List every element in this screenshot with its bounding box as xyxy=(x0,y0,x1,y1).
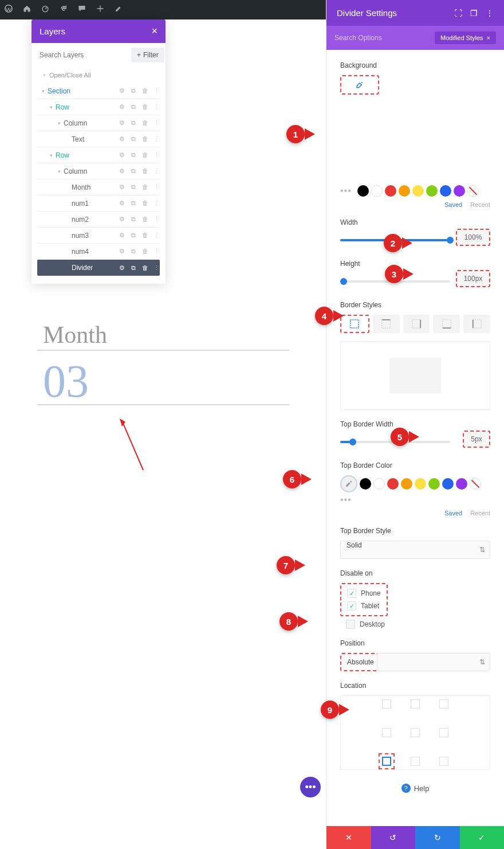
height-input[interactable]: 100px xyxy=(456,270,490,287)
gear-icon[interactable]: ⚙ xyxy=(119,151,125,159)
tree-row-column[interactable]: ▾Column⚙⧉🗑⋮ xyxy=(37,115,160,131)
border-all-button[interactable] xyxy=(340,315,369,333)
tree-row-section[interactable]: ▾Section⚙⧉🗑⋮ xyxy=(37,83,160,99)
saved-tab[interactable]: Saved xyxy=(444,201,462,208)
redo-button[interactable]: ↻ xyxy=(415,826,460,849)
duplicate-icon[interactable]: ⧉ xyxy=(130,167,137,175)
duplicate-icon[interactable]: ⧉ xyxy=(130,119,137,127)
wordpress-icon[interactable] xyxy=(5,5,13,15)
trash-icon[interactable]: 🗑 xyxy=(141,264,148,272)
border-top-button[interactable] xyxy=(373,315,400,333)
trash-icon[interactable]: 🗑 xyxy=(141,199,148,207)
trash-icon[interactable]: 🗑 xyxy=(141,151,148,159)
location-top-left[interactable] xyxy=(382,699,391,709)
gear-icon[interactable]: ⚙ xyxy=(119,216,125,223)
border-left-button[interactable] xyxy=(463,315,490,333)
duplicate-icon[interactable]: ⧉ xyxy=(130,199,137,207)
width-input[interactable]: 100% xyxy=(456,229,490,246)
duplicate-icon[interactable]: ⧉ xyxy=(130,151,137,159)
tree-row-row[interactable]: ▾Row⚙⧉🗑⋮ xyxy=(37,99,160,115)
tree-row-month[interactable]: Month⚙⧉🗑⋮ xyxy=(37,179,160,195)
duplicate-icon[interactable]: ⧉ xyxy=(130,232,137,239)
phone-checkbox[interactable]: ✓ xyxy=(347,589,356,598)
gear-icon[interactable]: ⚙ xyxy=(119,87,125,95)
close-icon[interactable]: × xyxy=(151,25,158,37)
location-bottom-left[interactable] xyxy=(382,757,391,766)
gear-icon[interactable]: ⚙ xyxy=(119,135,125,143)
border-right-button[interactable] xyxy=(403,315,430,333)
duplicate-icon[interactable]: ⧉ xyxy=(130,135,137,143)
duplicate-icon[interactable]: ⧉ xyxy=(130,103,137,111)
color-swatch-white[interactable] xyxy=(371,185,383,197)
more-icon[interactable]: ⋮ xyxy=(153,87,160,95)
more-colors-icon[interactable]: ••• xyxy=(340,186,352,196)
color-swatch-yellow[interactable] xyxy=(415,478,426,490)
location-mid-left[interactable] xyxy=(382,728,391,737)
tree-row-num4[interactable]: num4⚙⧉🗑⋮ xyxy=(37,244,160,260)
trash-icon[interactable]: 🗑 xyxy=(141,103,148,111)
fab-more-icon[interactable]: ••• xyxy=(300,777,321,797)
trash-icon[interactable]: 🗑 xyxy=(141,167,148,175)
color-swatch-blue[interactable] xyxy=(442,478,454,490)
gear-icon[interactable]: ⚙ xyxy=(119,103,125,111)
more-icon[interactable]: ⋮ xyxy=(153,199,160,207)
more-icon[interactable]: ⋮ xyxy=(153,248,160,255)
save-button[interactable]: ✓ xyxy=(460,826,505,849)
location-mid-center[interactable] xyxy=(411,728,420,737)
tree-row-row[interactable]: ▾Row⚙⧉🗑⋮ xyxy=(37,147,160,163)
gear-icon[interactable]: ⚙ xyxy=(119,183,125,191)
color-swatch-none[interactable] xyxy=(467,185,479,197)
gear-icon[interactable]: ⚙ xyxy=(119,199,125,207)
color-swatch-lime[interactable] xyxy=(428,478,440,490)
gauge-icon[interactable] xyxy=(41,5,49,15)
recent-tab[interactable]: Recent xyxy=(470,510,490,517)
refresh-icon[interactable] xyxy=(60,5,68,15)
home-icon[interactable] xyxy=(23,5,31,15)
color-swatch-purple[interactable] xyxy=(456,478,467,490)
color-swatch-none[interactable] xyxy=(470,478,481,490)
tree-row-text[interactable]: Text⚙⧉🗑⋮ xyxy=(37,131,160,147)
more-icon[interactable]: ⋮ xyxy=(153,264,160,272)
color-swatch-orange[interactable] xyxy=(401,478,412,490)
gear-icon[interactable]: ⚙ xyxy=(119,167,125,175)
trash-icon[interactable]: 🗑 xyxy=(141,87,148,95)
color-swatch-red[interactable] xyxy=(387,478,399,490)
more-icon[interactable]: ⋮ xyxy=(153,167,160,175)
tree-row-divider[interactable]: Divider⚙⧉🗑⋮ xyxy=(37,260,160,276)
color-swatch-black[interactable] xyxy=(360,478,371,490)
trash-icon[interactable]: 🗑 xyxy=(141,248,148,255)
color-swatch-yellow[interactable] xyxy=(412,185,424,197)
location-top-right[interactable] xyxy=(439,699,448,709)
gear-icon[interactable]: ⚙ xyxy=(119,248,125,255)
location-top-center[interactable] xyxy=(411,699,420,709)
tree-row-num3[interactable]: num3⚙⧉🗑⋮ xyxy=(37,228,160,244)
more-icon[interactable]: ⋮ xyxy=(153,119,160,127)
color-swatch-lime[interactable] xyxy=(426,185,438,197)
position-select-ext[interactable]: ⇅ xyxy=(377,653,490,671)
trash-icon[interactable]: 🗑 xyxy=(141,183,148,191)
modified-styles-badge[interactable]: Modified Styles× xyxy=(435,32,496,44)
duplicate-icon[interactable]: ⧉ xyxy=(130,248,137,255)
duplicate-icon[interactable]: ⧉ xyxy=(130,264,137,272)
expand-icon[interactable]: ⛶ xyxy=(454,9,462,18)
more-icon[interactable]: ⋮ xyxy=(153,103,160,111)
trash-icon[interactable]: 🗑 xyxy=(141,135,148,143)
tree-row-column[interactable]: ▾Column⚙⧉🗑⋮ xyxy=(37,163,160,179)
duplicate-icon[interactable]: ⧉ xyxy=(130,87,137,95)
gear-icon[interactable]: ⚙ xyxy=(119,232,125,239)
location-bottom-center[interactable] xyxy=(411,757,420,766)
saved-tab[interactable]: Saved xyxy=(444,510,462,517)
more-icon[interactable]: ⋮ xyxy=(486,9,494,18)
color-swatch-red[interactable] xyxy=(385,185,396,197)
position-select[interactable]: Absolute xyxy=(340,653,378,671)
gear-icon[interactable]: ⚙ xyxy=(119,119,125,127)
location-bottom-right[interactable] xyxy=(439,757,448,766)
color-swatch-orange[interactable] xyxy=(399,185,410,197)
layers-search-input[interactable] xyxy=(37,48,128,62)
open-close-all[interactable]: ▾Open/Close All xyxy=(32,67,166,83)
tablet-checkbox[interactable]: ✓ xyxy=(347,601,356,611)
duplicate-icon[interactable]: ⧉ xyxy=(130,216,137,223)
trash-icon[interactable]: 🗑 xyxy=(141,216,148,223)
more-icon[interactable]: ⋮ xyxy=(153,216,160,223)
desktop-checkbox[interactable]: ✓ xyxy=(346,620,355,629)
